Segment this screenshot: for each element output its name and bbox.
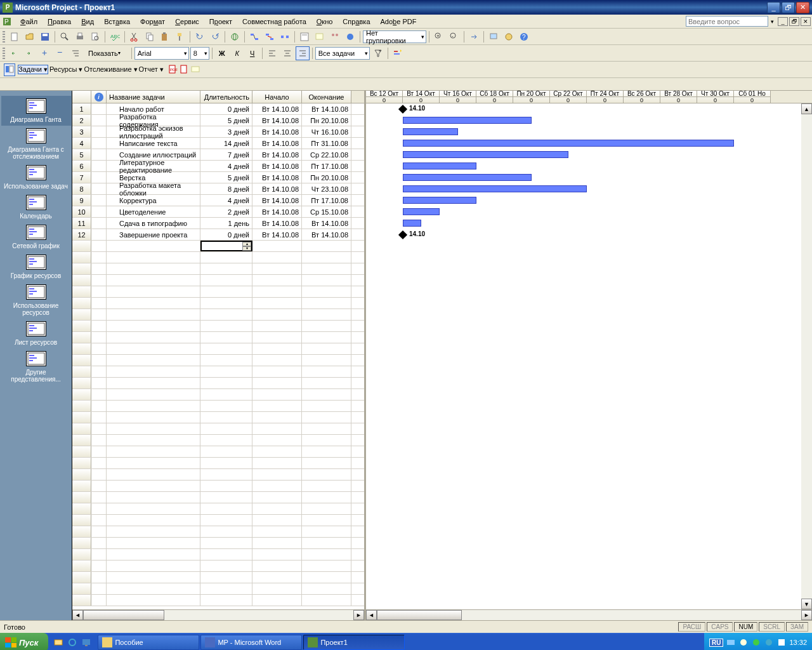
menu-help[interactable]: Справка [337,17,375,27]
duration-cell[interactable] [200,332,252,343]
info-cell[interactable] [91,435,107,446]
duration-cell[interactable] [200,263,252,274]
row-number[interactable] [72,549,91,560]
table-row[interactable] [72,389,364,401]
end-cell[interactable] [302,321,351,331]
task-name-cell[interactable]: Сдача в типографию [107,218,200,229]
end-cell[interactable] [302,446,351,457]
menu-view[interactable]: Вид [76,17,99,27]
task-name-cell[interactable] [107,412,200,423]
start-cell[interactable]: Вт 14.10.08 [252,229,302,240]
end-cell[interactable] [302,389,351,400]
gantt-bar[interactable] [403,174,532,181]
info-cell[interactable] [91,526,107,537]
end-cell[interactable]: Вт 14.10.08 [302,218,351,229]
start-cell[interactable] [252,446,302,457]
zoom-in-button[interactable]: + [432,30,446,44]
duration-cell[interactable]: 2 дней [200,206,252,217]
end-cell[interactable]: Вт 14.10.08 [302,103,351,114]
help-search-input[interactable] [686,16,768,27]
zoom-out-button[interactable]: - [447,30,461,44]
autofilter-button[interactable]: = [371,46,385,60]
table-row[interactable]: 4 Написание текста 14 дней Вт 14.10.08 П… [72,138,364,149]
menu-collab[interactable]: Совместная работа [237,17,311,27]
taskbar-item[interactable]: MP - Microsoft Word [200,635,302,650]
duration-cell[interactable] [200,355,252,366]
duration-cell[interactable]: 4 дней [200,161,252,171]
start-cell[interactable] [252,401,302,411]
info-cell[interactable] [91,572,107,583]
menu-format[interactable]: Формат [135,17,170,27]
start-cell[interactable]: Вт 14.10.08 [252,126,302,137]
hide-subtasks-button[interactable]: − [53,46,67,60]
font-size-combo[interactable]: 8 [190,47,209,60]
table-row[interactable] [72,412,364,423]
italic-button[interactable]: К [230,46,244,60]
info-cell[interactable] [91,560,107,571]
duration-cell[interactable] [200,309,252,320]
row-number[interactable] [72,492,91,503]
gantt-hscroll[interactable]: ◄ ► [366,609,812,620]
start-cell[interactable] [252,263,302,274]
hyperlink-button[interactable] [228,30,242,44]
table-row[interactable]: 11 Сдача в типографию 1 день Вт 14.10.08… [72,218,364,229]
scroll-down-button[interactable]: ▼ [801,599,812,609]
task-name-cell[interactable] [107,366,200,377]
viewbar-item[interactable]: Диаграмма Ганта с отслеживанием [1,126,71,162]
gantt-wizard-button[interactable] [391,46,405,60]
taskbar-item[interactable]: Проект1 [303,635,405,650]
info-cell[interactable] [91,412,107,423]
align-center-button[interactable] [280,46,294,60]
end-cell[interactable] [302,595,351,606]
task-name-cell[interactable] [107,343,200,354]
duration-cell[interactable] [200,492,252,503]
end-cell[interactable]: Ср 22.10.08 [302,149,351,160]
gantt-bar[interactable] [403,128,458,135]
start-cell[interactable] [252,526,302,537]
entry-bar[interactable] [0,78,812,91]
table-row[interactable]: ▴▾ [72,241,364,252]
gantt-bar[interactable] [403,185,587,192]
start-cell[interactable] [252,355,302,366]
table-row[interactable] [72,595,364,606]
duration-cell[interactable]: 14 дней [200,138,252,149]
table-row[interactable] [72,298,364,309]
task-name-cell[interactable]: Завершение проекта [107,229,200,240]
info-cell[interactable] [91,458,107,468]
table-row[interactable] [72,343,364,355]
menu-adobe-pdf[interactable]: Adobe PDF [376,17,422,27]
end-cell[interactable] [302,515,351,526]
table-row[interactable] [72,378,364,389]
duration-cell[interactable] [200,515,252,526]
gantt-bar[interactable] [403,208,440,215]
timescale-cell[interactable]: Вт 28 Окт0 [660,91,697,103]
start-cell[interactable]: Вт 14.10.08 [252,161,302,171]
table-row[interactable] [72,583,364,595]
duration-cell[interactable]: 5 дней [200,172,252,183]
start-cell[interactable] [252,286,302,297]
end-cell[interactable] [302,412,351,423]
search-button[interactable] [58,30,72,44]
row-number[interactable] [72,366,91,377]
duration-cell[interactable]: 0 дней [200,229,252,240]
start-cell[interactable] [252,469,302,480]
table-row[interactable] [72,446,364,458]
gantt-bar[interactable] [403,117,532,124]
end-cell[interactable] [302,309,351,320]
report-tab[interactable]: Отчет ▾ [139,65,164,74]
timescale-cell[interactable]: Чт 16 Окт0 [440,91,476,103]
info-cell[interactable] [91,549,107,560]
task-info-button[interactable] [298,30,311,44]
milestone-diamond[interactable] [398,105,407,114]
link-tasks-button[interactable] [247,30,261,44]
task-name-cell[interactable] [107,298,200,308]
table-row[interactable] [72,275,364,286]
split-task-button[interactable] [278,30,292,44]
duration-cell[interactable] [200,526,252,537]
duration-cell[interactable]: 0 дней [200,103,252,114]
row-number[interactable] [72,298,91,308]
start-cell[interactable] [252,515,302,526]
duration-cell[interactable] [200,389,252,400]
ql-icon[interactable] [52,635,65,649]
start-cell[interactable] [252,412,302,423]
